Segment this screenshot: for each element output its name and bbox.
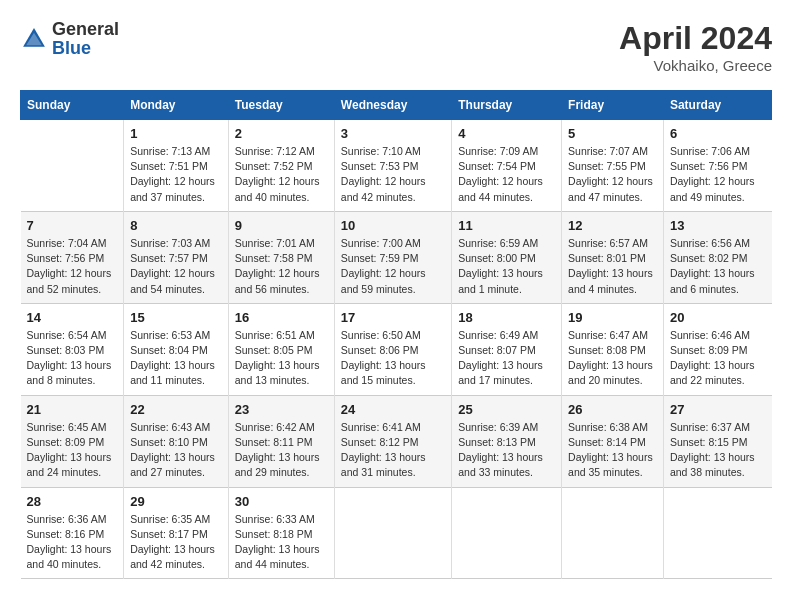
day-info: Sunrise: 6:38 AMSunset: 8:14 PMDaylight:…: [568, 420, 657, 481]
calendar-cell: 3Sunrise: 7:10 AMSunset: 7:53 PMDaylight…: [334, 120, 451, 212]
calendar-cell: 14Sunrise: 6:54 AMSunset: 8:03 PMDayligh…: [21, 303, 124, 395]
header-tuesday: Tuesday: [228, 91, 334, 120]
calendar-cell: 10Sunrise: 7:00 AMSunset: 7:59 PMDayligh…: [334, 211, 451, 303]
day-info: Sunrise: 6:57 AMSunset: 8:01 PMDaylight:…: [568, 236, 657, 297]
calendar-cell: 12Sunrise: 6:57 AMSunset: 8:01 PMDayligh…: [562, 211, 664, 303]
day-number: 22: [130, 402, 222, 417]
calendar-cell: 20Sunrise: 6:46 AMSunset: 8:09 PMDayligh…: [663, 303, 771, 395]
day-info: Sunrise: 6:49 AMSunset: 8:07 PMDaylight:…: [458, 328, 555, 389]
header-monday: Monday: [124, 91, 229, 120]
calendar-cell: 1Sunrise: 7:13 AMSunset: 7:51 PMDaylight…: [124, 120, 229, 212]
day-number: 11: [458, 218, 555, 233]
day-info: Sunrise: 7:10 AMSunset: 7:53 PMDaylight:…: [341, 144, 445, 205]
day-number: 27: [670, 402, 766, 417]
day-info: Sunrise: 6:43 AMSunset: 8:10 PMDaylight:…: [130, 420, 222, 481]
day-info: Sunrise: 6:59 AMSunset: 8:00 PMDaylight:…: [458, 236, 555, 297]
day-number: 13: [670, 218, 766, 233]
day-number: 6: [670, 126, 766, 141]
calendar-cell: 21Sunrise: 6:45 AMSunset: 8:09 PMDayligh…: [21, 395, 124, 487]
header-wednesday: Wednesday: [334, 91, 451, 120]
header-thursday: Thursday: [452, 91, 562, 120]
calendar-cell: 16Sunrise: 6:51 AMSunset: 8:05 PMDayligh…: [228, 303, 334, 395]
header-sunday: Sunday: [21, 91, 124, 120]
calendar-cell: [562, 487, 664, 579]
header-row: SundayMondayTuesdayWednesdayThursdayFrid…: [21, 91, 772, 120]
calendar-table: SundayMondayTuesdayWednesdayThursdayFrid…: [20, 90, 772, 579]
header-friday: Friday: [562, 91, 664, 120]
day-number: 10: [341, 218, 445, 233]
day-info: Sunrise: 6:50 AMSunset: 8:06 PMDaylight:…: [341, 328, 445, 389]
day-info: Sunrise: 7:03 AMSunset: 7:57 PMDaylight:…: [130, 236, 222, 297]
logo-general: General: [52, 19, 119, 39]
calendar-cell: 15Sunrise: 6:53 AMSunset: 8:04 PMDayligh…: [124, 303, 229, 395]
day-info: Sunrise: 7:09 AMSunset: 7:54 PMDaylight:…: [458, 144, 555, 205]
day-number: 19: [568, 310, 657, 325]
calendar-cell: 30Sunrise: 6:33 AMSunset: 8:18 PMDayligh…: [228, 487, 334, 579]
day-info: Sunrise: 6:53 AMSunset: 8:04 PMDaylight:…: [130, 328, 222, 389]
day-number: 9: [235, 218, 328, 233]
header-saturday: Saturday: [663, 91, 771, 120]
calendar-cell: 26Sunrise: 6:38 AMSunset: 8:14 PMDayligh…: [562, 395, 664, 487]
day-info: Sunrise: 6:54 AMSunset: 8:03 PMDaylight:…: [27, 328, 118, 389]
day-number: 16: [235, 310, 328, 325]
day-number: 3: [341, 126, 445, 141]
logo-blue: Blue: [52, 38, 91, 58]
day-number: 14: [27, 310, 118, 325]
day-info: Sunrise: 7:04 AMSunset: 7:56 PMDaylight:…: [27, 236, 118, 297]
calendar-cell: 23Sunrise: 6:42 AMSunset: 8:11 PMDayligh…: [228, 395, 334, 487]
calendar-cell: 27Sunrise: 6:37 AMSunset: 8:15 PMDayligh…: [663, 395, 771, 487]
title-block: April 2024 Vokhaiko, Greece: [619, 20, 772, 74]
month-title: April 2024: [619, 20, 772, 57]
day-info: Sunrise: 6:36 AMSunset: 8:16 PMDaylight:…: [27, 512, 118, 573]
day-number: 21: [27, 402, 118, 417]
day-number: 28: [27, 494, 118, 509]
day-number: 26: [568, 402, 657, 417]
day-number: 18: [458, 310, 555, 325]
calendar-cell: 6Sunrise: 7:06 AMSunset: 7:56 PMDaylight…: [663, 120, 771, 212]
calendar-cell: 22Sunrise: 6:43 AMSunset: 8:10 PMDayligh…: [124, 395, 229, 487]
day-number: 8: [130, 218, 222, 233]
calendar-cell: 2Sunrise: 7:12 AMSunset: 7:52 PMDaylight…: [228, 120, 334, 212]
logo-icon: [20, 25, 48, 53]
day-info: Sunrise: 7:07 AMSunset: 7:55 PMDaylight:…: [568, 144, 657, 205]
calendar-cell: [334, 487, 451, 579]
calendar-cell: 19Sunrise: 6:47 AMSunset: 8:08 PMDayligh…: [562, 303, 664, 395]
week-row-1: 1Sunrise: 7:13 AMSunset: 7:51 PMDaylight…: [21, 120, 772, 212]
week-row-4: 21Sunrise: 6:45 AMSunset: 8:09 PMDayligh…: [21, 395, 772, 487]
day-info: Sunrise: 6:51 AMSunset: 8:05 PMDaylight:…: [235, 328, 328, 389]
calendar-cell: 4Sunrise: 7:09 AMSunset: 7:54 PMDaylight…: [452, 120, 562, 212]
day-info: Sunrise: 6:56 AMSunset: 8:02 PMDaylight:…: [670, 236, 766, 297]
week-row-3: 14Sunrise: 6:54 AMSunset: 8:03 PMDayligh…: [21, 303, 772, 395]
calendar-cell: [21, 120, 124, 212]
day-info: Sunrise: 6:41 AMSunset: 8:12 PMDaylight:…: [341, 420, 445, 481]
day-number: 23: [235, 402, 328, 417]
calendar-cell: 8Sunrise: 7:03 AMSunset: 7:57 PMDaylight…: [124, 211, 229, 303]
location: Vokhaiko, Greece: [619, 57, 772, 74]
calendar-cell: 5Sunrise: 7:07 AMSunset: 7:55 PMDaylight…: [562, 120, 664, 212]
day-info: Sunrise: 6:39 AMSunset: 8:13 PMDaylight:…: [458, 420, 555, 481]
day-info: Sunrise: 6:37 AMSunset: 8:15 PMDaylight:…: [670, 420, 766, 481]
day-info: Sunrise: 7:01 AMSunset: 7:58 PMDaylight:…: [235, 236, 328, 297]
day-number: 5: [568, 126, 657, 141]
page-header: General Blue April 2024 Vokhaiko, Greece: [20, 20, 772, 74]
day-number: 24: [341, 402, 445, 417]
calendar-cell: [663, 487, 771, 579]
day-info: Sunrise: 7:00 AMSunset: 7:59 PMDaylight:…: [341, 236, 445, 297]
logo: General Blue: [20, 20, 119, 58]
day-info: Sunrise: 6:47 AMSunset: 8:08 PMDaylight:…: [568, 328, 657, 389]
day-number: 17: [341, 310, 445, 325]
calendar-cell: 18Sunrise: 6:49 AMSunset: 8:07 PMDayligh…: [452, 303, 562, 395]
day-info: Sunrise: 6:33 AMSunset: 8:18 PMDaylight:…: [235, 512, 328, 573]
week-row-5: 28Sunrise: 6:36 AMSunset: 8:16 PMDayligh…: [21, 487, 772, 579]
day-info: Sunrise: 7:12 AMSunset: 7:52 PMDaylight:…: [235, 144, 328, 205]
day-number: 7: [27, 218, 118, 233]
day-number: 15: [130, 310, 222, 325]
day-info: Sunrise: 7:06 AMSunset: 7:56 PMDaylight:…: [670, 144, 766, 205]
day-number: 2: [235, 126, 328, 141]
day-number: 29: [130, 494, 222, 509]
calendar-cell: 28Sunrise: 6:36 AMSunset: 8:16 PMDayligh…: [21, 487, 124, 579]
day-number: 30: [235, 494, 328, 509]
calendar-cell: 9Sunrise: 7:01 AMSunset: 7:58 PMDaylight…: [228, 211, 334, 303]
calendar-cell: 29Sunrise: 6:35 AMSunset: 8:17 PMDayligh…: [124, 487, 229, 579]
day-info: Sunrise: 6:42 AMSunset: 8:11 PMDaylight:…: [235, 420, 328, 481]
